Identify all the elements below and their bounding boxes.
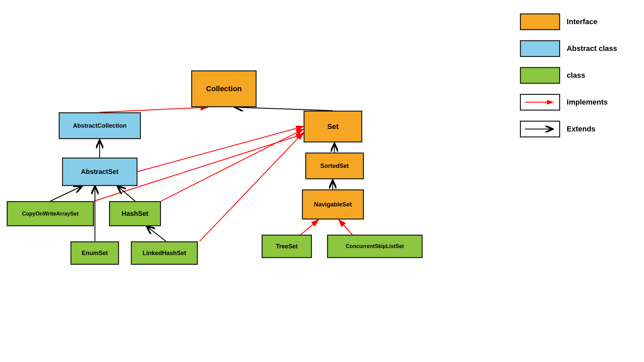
legend-interface-box (520, 13, 560, 30)
legend-extends-box (520, 121, 560, 137)
legend-abstract-label: Abstract class (567, 44, 617, 53)
legend-implements: Implements (520, 94, 617, 111)
extends-arrow-svg (523, 126, 557, 132)
node-abstractset: AbstractSet (62, 158, 138, 186)
legend-class-box (520, 67, 560, 84)
node-set: Set (304, 111, 362, 142)
svg-line-7 (138, 126, 304, 172)
legend-implements-box (520, 94, 560, 111)
legend-abstract-box (520, 40, 560, 57)
svg-line-13 (147, 226, 166, 241)
legend-abstract: Abstract class (520, 40, 617, 57)
legend-class-label: class (567, 71, 585, 80)
node-abstractcollection: AbstractCollection (59, 112, 141, 139)
legend-class: class (520, 67, 617, 84)
node-navigableset: NavigableSet (302, 189, 364, 220)
svg-line-11 (161, 129, 304, 201)
svg-line-14 (200, 132, 304, 241)
node-linkedhashset: LinkedHashSet (131, 241, 198, 265)
svg-line-8 (50, 186, 82, 201)
legend: Interface Abstract class class (520, 13, 617, 137)
node-treeset: TreeSet (262, 235, 312, 258)
node-copyonwritearrayset: CopyOnWriteArraySet (7, 201, 94, 226)
svg-line-2 (235, 107, 333, 111)
node-hashset: HashSet (109, 201, 161, 226)
node-concurrentskiplistset: ConcurrentSkipListSet (327, 235, 423, 258)
node-sortedset: SortedSet (305, 153, 364, 179)
implements-arrow-svg (523, 99, 557, 106)
legend-interface: Interface (520, 13, 617, 30)
legend-interface-label: Interface (567, 17, 598, 26)
svg-line-10 (117, 186, 135, 201)
legend-extends: Extends (520, 121, 617, 137)
svg-line-5 (100, 107, 208, 112)
node-collection: Collection (191, 70, 257, 107)
diagram-container: Collection Set SortedSet NavigableSet Ab… (0, 0, 644, 362)
legend-implements-label: Implements (567, 98, 608, 107)
svg-line-16 (339, 220, 352, 235)
node-enumset: EnumSet (70, 241, 119, 265)
legend-extends-label: Extends (567, 125, 596, 133)
